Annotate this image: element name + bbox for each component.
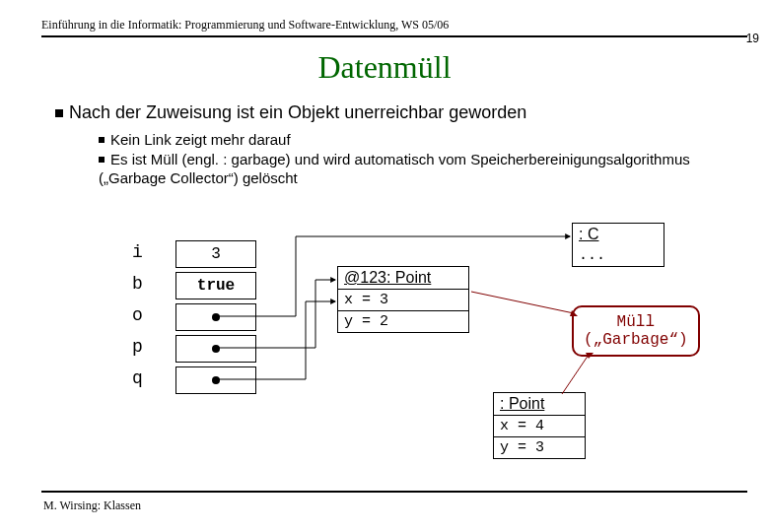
var-p-label: p <box>132 337 143 357</box>
obj-point2-x: x = 4 <box>493 416 586 437</box>
obj-point2-header: : Point <box>493 392 586 416</box>
obj-point1-x: x = 3 <box>337 290 469 311</box>
var-b-label: b <box>132 274 143 294</box>
garbage-label: Müll („Garbage“) <box>572 305 700 357</box>
obj-point2-y: y = 3 <box>493 437 586 459</box>
cell-b: true <box>175 272 256 299</box>
obj-c-body: ... <box>572 245 664 267</box>
footer: M. Wirsing: Klassen <box>43 499 141 513</box>
cell-p <box>175 335 256 363</box>
obj-point1-header: @123: Point <box>337 266 469 290</box>
cell-q <box>175 366 256 394</box>
memory-diagram: i b o p q 3 true : C ... @123: Point x =… <box>0 0 769 532</box>
obj-c-header: : C <box>572 223 664 246</box>
cell-i: 3 <box>175 240 256 268</box>
obj-point1-y: y = 2 <box>337 311 469 333</box>
rule-bottom <box>41 491 747 493</box>
garbage-label-line1: Müll <box>584 313 688 331</box>
cell-o <box>175 303 256 331</box>
var-i-label: i <box>132 242 143 262</box>
garbage-label-line2: („Garbage“) <box>584 331 688 349</box>
var-o-label: o <box>132 305 143 325</box>
var-q-label: q <box>132 368 143 388</box>
